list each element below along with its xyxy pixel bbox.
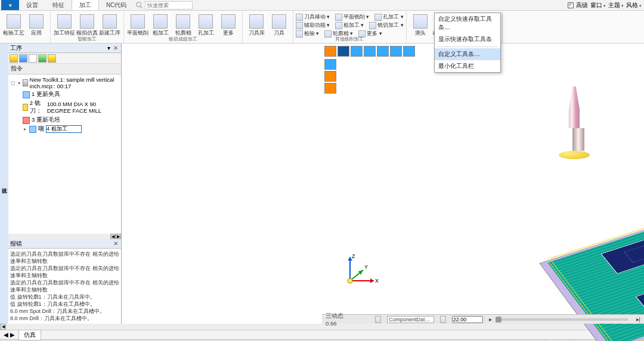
vp-zoom-icon[interactable] xyxy=(377,46,389,57)
tree-n3[interactable]: 3 重新毛坯 xyxy=(10,116,120,125)
tab-features[interactable]: 特征 xyxy=(45,0,72,10)
vp-doc-icon[interactable] xyxy=(390,46,402,57)
group-other: 其他铣削加工 xyxy=(293,36,406,42)
tool-icon xyxy=(272,14,286,29)
btn-tool-lib[interactable]: 刀具库 xyxy=(245,12,268,37)
log-line: 选定的刀具在刀具数据库中不存在 相关的进给速率和主轴转数 xyxy=(10,265,119,279)
theme-menu[interactable]: 主题 xyxy=(608,1,624,10)
tool-lib-icon xyxy=(249,14,264,29)
sim-icon xyxy=(80,14,94,29)
vp-cube-icon[interactable] xyxy=(324,46,336,57)
pin-icon[interactable]: ▾ xyxy=(107,45,110,51)
file-menu[interactable]: ▾ xyxy=(1,0,19,10)
tab-settings[interactable]: 设置 xyxy=(19,0,45,10)
search-input[interactable] xyxy=(145,1,193,10)
layer-select[interactable]: ComponentDat… xyxy=(387,316,434,323)
close-ops[interactable]: ✕ xyxy=(112,45,119,51)
btn-more-mill[interactable]: 更多 xyxy=(217,12,240,37)
time-slider[interactable] xyxy=(498,318,628,321)
tree-n2[interactable]: 2 铣刀：100.0 MM DIA X 90 DEGREE FACE MILL xyxy=(10,99,120,116)
btn-tool[interactable]: 刀具 xyxy=(268,12,290,37)
tb-folder-icon[interactable] xyxy=(38,54,47,63)
vp-mode: 三动态 0.66 xyxy=(326,312,349,327)
top-right-controls: 高级 窗口 主题 风格 xyxy=(568,1,642,10)
mill-icon xyxy=(369,22,376,29)
tree-rename-input[interactable] xyxy=(46,125,82,133)
btn-probe[interactable]: 测头 xyxy=(409,12,432,37)
vp-s1-icon[interactable] xyxy=(324,59,336,70)
rough-icon xyxy=(153,14,168,29)
ops-tree[interactable]: ▢▾New Toolkit.1: sample mill vertical in… xyxy=(8,75,121,234)
ctx-minimize[interactable]: 最小化工具栏 xyxy=(435,60,500,72)
profile-icon xyxy=(176,14,190,29)
advanced-check[interactable] xyxy=(568,2,574,8)
panel-ops-title: 工序 xyxy=(10,44,22,52)
ctx-custom-quick[interactable]: 自定义快速存取工具条… xyxy=(435,13,500,33)
scale-icon[interactable] xyxy=(440,316,446,323)
btn-inspect[interactable]: 检验工艺 xyxy=(2,12,25,37)
rough2-icon xyxy=(335,22,342,29)
tree-n4[interactable]: ▸咽 xyxy=(10,125,120,134)
viewport-toolbar xyxy=(324,46,415,57)
viewport-3d[interactable]: X Y Z 三动态 0.66 ComponentDat… ▸ ▸| xyxy=(322,44,644,324)
ctx-show-quick[interactable]: 显示快速存取工具条 xyxy=(435,33,500,45)
tb-list-icon[interactable] xyxy=(19,54,27,63)
vp-info-icon[interactable] xyxy=(403,46,415,57)
window-menu[interactable]: 窗口 xyxy=(590,1,606,10)
quick-search[interactable] xyxy=(136,0,193,10)
newop-icon xyxy=(103,14,117,29)
probe-icon xyxy=(413,14,428,29)
vp-s2-icon[interactable] xyxy=(324,71,336,82)
close-err[interactable]: ✕ xyxy=(112,240,119,247)
tab-nc[interactable]: NC代码 xyxy=(99,0,134,10)
ctx-custom-toolbar[interactable]: 自定义工具条… xyxy=(435,48,500,60)
vp-wire-icon[interactable] xyxy=(351,46,363,57)
tb-refresh-icon[interactable] xyxy=(10,54,18,63)
btn-holes[interactable]: 孔加工 xyxy=(194,12,217,37)
sheet-arrows[interactable]: ◀ ▶ xyxy=(0,331,15,338)
more-icon xyxy=(221,14,236,29)
btn-newop[interactable]: 新建工序 xyxy=(98,12,121,37)
panel-err-title: 报错 xyxy=(10,240,22,248)
tb-tool-icon[interactable] xyxy=(48,54,56,63)
pad-3 xyxy=(636,266,644,318)
btn-apply[interactable]: 应用 xyxy=(25,12,48,37)
facemill-icon xyxy=(131,14,145,29)
sheet-tab-sim[interactable]: 仿真 xyxy=(18,330,41,340)
tree-root[interactable]: ▢▾New Toolkit.1: sample mill vertical in… xyxy=(10,76,120,90)
cutting-tool-3d xyxy=(566,86,590,159)
face-icon xyxy=(335,14,342,21)
svg-point-9 xyxy=(348,278,352,283)
aux-icon xyxy=(296,22,303,29)
scale-input[interactable] xyxy=(452,316,483,323)
tb-time-icon[interactable] xyxy=(29,54,37,63)
vertical-tab-machdesign[interactable]: 机床设计 xyxy=(0,44,8,324)
apply-icon xyxy=(29,14,44,29)
viewport-side-toolbar xyxy=(324,59,336,94)
log-line: 值 旋转轮廓1：刀具未在刀具库中。 xyxy=(10,293,119,300)
btn-facemill[interactable]: 平面铣削 xyxy=(126,12,149,37)
vp-home-icon[interactable] xyxy=(364,46,376,57)
slider-end-icon[interactable]: ▸| xyxy=(636,316,640,323)
tree-hscroll[interactable]: ◀▶ xyxy=(8,234,121,239)
hole-icon xyxy=(199,14,213,29)
vp-shade-icon[interactable] xyxy=(338,46,349,57)
sm-toolmove[interactable]: 刀具移动 ▾ 平面铣削 ▾ 孔加工 ▾ xyxy=(296,13,404,21)
btn-sim[interactable]: 模拟仿真 xyxy=(76,12,98,37)
vp-s3-icon[interactable] xyxy=(324,83,336,94)
axis-gizmo: X Y Z xyxy=(343,252,379,288)
btn-rough[interactable]: 粗加工 xyxy=(149,12,172,37)
rough-op-icon xyxy=(29,126,36,133)
sm-aux[interactable]: 辅助功能 ▾ 粗加工 ▾ 铣切加工 ▾ xyxy=(296,21,404,29)
tab-machining[interactable]: 加工 xyxy=(72,0,99,10)
btn-profile[interactable]: 轮廓精 xyxy=(172,12,194,37)
bottom-scrollbar[interactable]: ◀▶ xyxy=(0,324,644,330)
tree-n1[interactable]: 1 更新夹具 xyxy=(10,90,120,99)
section-commands: 指令 xyxy=(8,64,121,75)
toolkit-icon xyxy=(23,79,28,86)
style-menu[interactable]: 风格 xyxy=(626,1,642,10)
scroll-left[interactable]: ◀ xyxy=(0,324,6,330)
fixture-icon xyxy=(23,91,30,98)
btn-feature[interactable]: 加工特征 xyxy=(53,12,76,37)
layer-icon[interactable] xyxy=(375,316,381,323)
